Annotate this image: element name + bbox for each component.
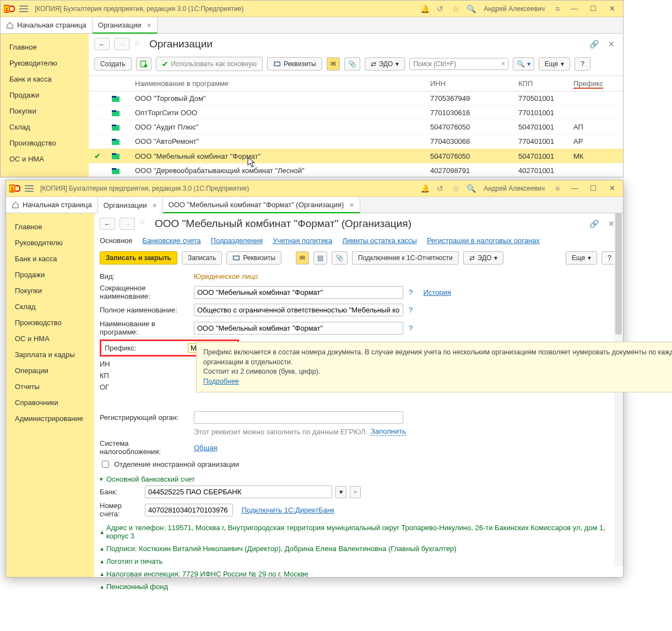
sidebar-item[interactable]: Склад [1, 119, 89, 135]
attach-button[interactable]: 📎 [344, 57, 360, 71]
titlebar: 1 [КОПИЯ] Бухгалтерия предприятия, редак… [1, 1, 623, 17]
close-button[interactable]: ✕ [604, 3, 620, 15]
col-inn[interactable]: ИНН [425, 76, 513, 91]
page-title: Организации [149, 38, 213, 50]
window-title: [КОПИЯ] Бухгалтерия предприятия, редакци… [35, 5, 243, 13]
help-button[interactable]: ? [575, 57, 590, 71]
search-input[interactable] [409, 58, 508, 70]
requisites-button[interactable]: Реквизиты [267, 57, 322, 71]
sidebar-item[interactable]: Производство [1, 135, 89, 151]
svg-text:1: 1 [6, 6, 8, 12]
svg-point-3 [144, 64, 147, 67]
close-page-icon[interactable]: ✕ [605, 38, 617, 50]
svg-rect-4 [274, 62, 280, 66]
org-icon [112, 96, 120, 102]
link-icon[interactable]: 🔗 [588, 38, 600, 50]
sidebar-item[interactable]: Главное [1, 39, 89, 55]
org-icon [112, 111, 120, 116]
search-clear-icon[interactable]: × [501, 60, 506, 68]
table-row[interactable]: ООО "Аудит Плюс"5047076050504701001АП [89, 120, 623, 134]
mail-button[interactable]: ✉ [327, 57, 340, 71]
user-name[interactable]: Андрей Алексеевич [484, 5, 545, 13]
org-icon [112, 169, 120, 174]
table-row[interactable]: ОптТоргСити ООО7701030616770101001 [89, 106, 623, 120]
favorite-icon[interactable]: ☆ [134, 39, 145, 50]
org-icon [112, 139, 120, 145]
menu-icon[interactable] [19, 6, 28, 12]
org-table: Наименование в программе ИНН КПП Префикс… [89, 75, 623, 177]
settings-icon[interactable]: ≡ [551, 3, 563, 15]
sidebar: ГлавноеРуководителюБанк и кассаПродажиПо… [1, 34, 89, 177]
more-button[interactable]: Еще ▾ [539, 57, 570, 71]
table-row[interactable]: ООО "Деревообрабатывающий комбинат "Лесн… [89, 164, 623, 178]
sidebar-item[interactable]: Банк и касса [1, 71, 89, 87]
org-icon [112, 125, 120, 131]
search-icon[interactable]: 🔍 [465, 3, 477, 15]
create-button[interactable]: Создать [94, 57, 132, 71]
col-prefix[interactable]: Префикс [568, 76, 623, 91]
org-icon [112, 154, 120, 159]
search-run-button[interactable]: 🔍 ▾ [513, 57, 534, 71]
nav-back-button[interactable]: ← [94, 38, 110, 50]
logo-1c-icon: 1 [4, 4, 16, 14]
content-area: ← → ☆ Организации 🔗 ✕ Создать ✔Использов… [89, 34, 623, 177]
history-icon[interactable]: ↺ [434, 3, 446, 15]
edo-button[interactable]: ⇄ ЭДО ▾ [365, 57, 405, 71]
refresh-button[interactable] [136, 57, 151, 71]
col-kpp[interactable]: КПП [513, 76, 568, 91]
sidebar-item[interactable]: Продажи [1, 87, 89, 103]
tab-organizations[interactable]: Организации× [93, 18, 158, 34]
star-icon[interactable]: ☆ [449, 3, 462, 15]
table-row[interactable]: ✔ООО "Мебельный комбинат "Формат"5047076… [89, 149, 623, 164]
tabs-row: Начальная страница Организации× [1, 17, 623, 34]
minimize-button[interactable]: — [567, 3, 582, 15]
nav-fwd-button[interactable]: → [114, 38, 129, 50]
use-main-button[interactable]: ✔Использовать как основную [156, 57, 263, 71]
window-organizations: 1 [КОПИЯ] Бухгалтерия предприятия, редак… [0, 0, 624, 177]
sidebar-item[interactable]: Покупки [1, 103, 89, 119]
maximize-button[interactable]: ☐ [586, 3, 601, 15]
home-tab[interactable]: Начальная страница [1, 17, 93, 33]
table-row[interactable]: ООО "АвтоРемонт"7704030068770401001АР [89, 134, 623, 149]
col-name[interactable]: Наименование в программе [129, 76, 425, 91]
tab-close-icon[interactable]: × [147, 21, 151, 30]
sidebar-item[interactable]: Руководителю [1, 55, 89, 71]
table-row[interactable]: ООО "Торговый Дом"7705367949770501001 [89, 91, 623, 106]
sidebar-item[interactable]: ОС и НМА [1, 151, 89, 167]
bell-icon[interactable]: 🔔 [419, 3, 431, 15]
